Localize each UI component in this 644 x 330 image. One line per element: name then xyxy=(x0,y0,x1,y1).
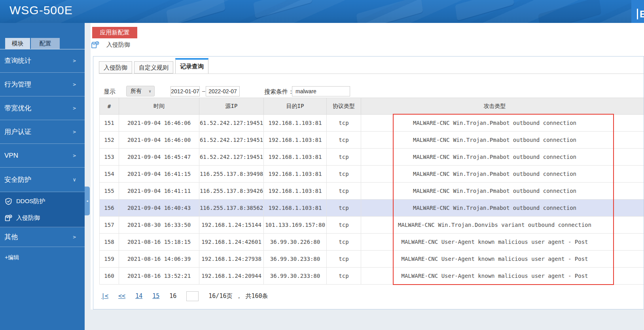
keyboard-texture xyxy=(356,0,423,23)
cell-protocol: tcp xyxy=(327,115,361,132)
cell-protocol: tcp xyxy=(327,234,361,251)
sidebar-menu-item[interactable]: 行为管理 > xyxy=(0,73,85,96)
prev-page-link[interactable]: << xyxy=(118,292,125,300)
date-from-input[interactable] xyxy=(170,86,200,96)
content-panel: 入侵防御 自定义规则 记录查询 显示 所有 ∨ – 搜索条件： xyxy=(93,56,644,309)
cell-protocol: tcp xyxy=(327,217,361,234)
col-header-src-ip[interactable]: 源IP xyxy=(199,98,264,115)
cell-attack-type: MALWARE-CNC Win.Trojan.Pmabot outbound c… xyxy=(361,166,644,183)
pagination: |< << 1415 16 16/16页 ， 共160条 xyxy=(101,290,268,302)
page-jump-input[interactable] xyxy=(186,291,199,301)
sidebar-menu-item[interactable]: VPN > xyxy=(0,144,85,168)
table-row[interactable]: 153 2021-09-04 16:45:47 61.52.242.127:19… xyxy=(100,149,644,166)
cell-index: 159 xyxy=(100,251,119,268)
sidebar-menu-item[interactable]: 带宽优化 > xyxy=(0,96,85,120)
cell-index: 155 xyxy=(100,183,119,200)
cell-dst-ip: 192.168.1.103:81 xyxy=(264,115,327,132)
cell-src-ip: 116.255.137.8:39426 xyxy=(199,183,264,200)
security-submenu: DDOS防护 入侵防御 xyxy=(0,192,85,227)
table-header-row: # 时间 源IP 目的IP 协议类型 攻击类型 xyxy=(100,98,644,115)
chevron-right-icon: > xyxy=(73,234,76,240)
cell-index: 158 xyxy=(100,234,119,251)
cell-dst-ip: 192.168.1.103:81 xyxy=(264,132,327,149)
keyboard-texture xyxy=(455,0,514,21)
cell-time: 2021-08-16 15:18:15 xyxy=(119,234,199,251)
date-range-dash: – xyxy=(202,88,205,94)
cell-time: 2021-09-04 16:46:00 xyxy=(119,132,199,149)
app-logo: WSG-500E xyxy=(9,4,73,17)
cell-src-ip: 192.168.1.24:27938 xyxy=(199,251,264,268)
chevron-right-icon: > xyxy=(73,129,76,135)
apply-config-button[interactable]: 应用新配置 xyxy=(92,27,137,38)
table-row[interactable]: 158 2021-08-16 15:18:15 192.168.1.24:426… xyxy=(100,234,644,251)
col-header-index[interactable]: # xyxy=(100,98,119,115)
cell-time: 2021-09-04 16:46:06 xyxy=(119,115,199,132)
cell-dst-ip: 192.168.1.103:81 xyxy=(264,149,327,166)
show-select[interactable]: 所有 ∨ xyxy=(126,86,155,96)
cell-index: 151 xyxy=(100,115,119,132)
date-to-input[interactable] xyxy=(206,86,240,96)
chevron-down-icon: ∨ xyxy=(73,177,76,183)
cell-dst-ip: 192.168.1.103:81 xyxy=(264,183,327,200)
cell-dst-ip: 192.168.1.103:81 xyxy=(264,166,327,183)
table-row[interactable]: 157 2021-08-30 16:33:50 192.168.1.24:151… xyxy=(100,217,644,234)
wsg-admin-screen: WSG-500E E 模块 配置 查询统计 > 行为管理 > 带宽优化 > xyxy=(0,0,644,330)
chevron-right-icon: > xyxy=(73,58,76,64)
content-tab[interactable]: 记录查询 xyxy=(175,58,208,74)
cell-time: 2021-09-04 16:41:15 xyxy=(119,166,199,183)
content-tab-label: 记录查询 xyxy=(180,63,204,70)
col-header-dst-ip[interactable]: 目的IP xyxy=(264,98,327,115)
content-tab[interactable]: 自定义规则 xyxy=(134,61,173,74)
sidebar-tab-module[interactable]: 模块 xyxy=(5,38,30,49)
table-row[interactable]: 152 2021-09-04 16:46:00 61.52.242.127:19… xyxy=(100,132,644,149)
sidebar-item-security[interactable]: 安全防护 ∨ xyxy=(0,168,85,192)
content-tab[interactable]: 入侵防御 xyxy=(99,61,132,74)
sidebar-item-label: VPN xyxy=(4,152,18,160)
cell-src-ip: 116.255.137.8:39498 xyxy=(199,166,264,183)
cell-time: 2021-09-04 16:41:11 xyxy=(119,183,199,200)
table-row[interactable]: 156 2021-09-04 16:40:43 116.255.137.8:38… xyxy=(100,200,644,217)
pagination-summary: 16/16页 ， 共160条 xyxy=(208,292,268,300)
cell-time: 2021-08-16 13:52:21 xyxy=(119,268,199,285)
cell-attack-type: MALWARE-CNC User-Agent known malicious u… xyxy=(361,234,644,251)
search-input[interactable] xyxy=(292,86,350,96)
table-row[interactable]: 154 2021-09-04 16:41:15 116.255.137.8:39… xyxy=(100,166,644,183)
chevron-right-icon: > xyxy=(73,153,76,158)
top-header: WSG-500E E xyxy=(0,0,644,23)
col-header-attack-type[interactable]: 攻击类型 xyxy=(361,98,644,115)
page-link[interactable]: 15 xyxy=(152,292,159,300)
sidebar-menu-item[interactable]: 查询统计 > xyxy=(0,49,85,73)
table-row[interactable]: 159 2021-08-16 14:06:39 192.168.1.24:279… xyxy=(100,251,644,268)
submenu-item-ips[interactable]: 入侵防御 xyxy=(0,209,85,226)
chevron-right-icon: > xyxy=(73,81,76,87)
cell-dst-ip: 192.168.1.103:81 xyxy=(264,200,327,217)
sidebar-edit-link[interactable]: +编辑 xyxy=(5,254,85,261)
sidebar-collapse-handle[interactable]: ◄ xyxy=(85,187,90,215)
chevron-down-icon: ∨ xyxy=(149,89,151,93)
sidebar-menu: 查询统计 > 行为管理 > 带宽优化 > 用户认证 > VPN > xyxy=(0,49,85,261)
sidebar-item-label: 带宽优化 xyxy=(4,104,31,113)
page-background xyxy=(91,309,644,330)
sidebar-item-other[interactable]: 其他 > xyxy=(0,227,85,247)
sidebar-menu-item[interactable]: 用户认证 > xyxy=(0,120,85,144)
table-row[interactable]: 151 2021-09-04 16:46:06 61.52.242.127:19… xyxy=(100,115,644,132)
cell-protocol: tcp xyxy=(327,268,361,285)
table-row[interactable]: 155 2021-09-04 16:41:11 116.255.137.8:39… xyxy=(100,183,644,200)
page-link[interactable]: 14 xyxy=(135,292,142,300)
first-page-link[interactable]: |< xyxy=(101,292,108,300)
cell-src-ip: 192.168.1.24:42601 xyxy=(199,234,264,251)
content-tab-label: 入侵防御 xyxy=(104,64,127,71)
cell-src-ip: 61.52.242.127:19451 xyxy=(199,149,264,166)
col-header-protocol[interactable]: 协议类型 xyxy=(327,98,361,115)
cell-time: 2021-09-04 16:40:43 xyxy=(119,200,199,217)
header-corner-button[interactable]: E xyxy=(637,9,644,19)
col-header-time[interactable]: 时间 xyxy=(119,98,199,115)
cell-dst-ip: 101.133.169.157:80 xyxy=(264,217,327,234)
submenu-item-ddos[interactable]: DDOS防护 xyxy=(0,193,85,209)
chevron-right-icon: > xyxy=(73,105,76,111)
sidebar-item-label: 其他 xyxy=(4,232,18,241)
table-row[interactable]: 160 2021-08-16 13:52:21 192.168.1.24:209… xyxy=(100,268,644,285)
submenu-item-label: DDOS防护 xyxy=(16,198,45,205)
sidebar-item-label: 用户认证 xyxy=(4,127,31,136)
sidebar-tab-config[interactable]: 配置 xyxy=(31,38,60,49)
